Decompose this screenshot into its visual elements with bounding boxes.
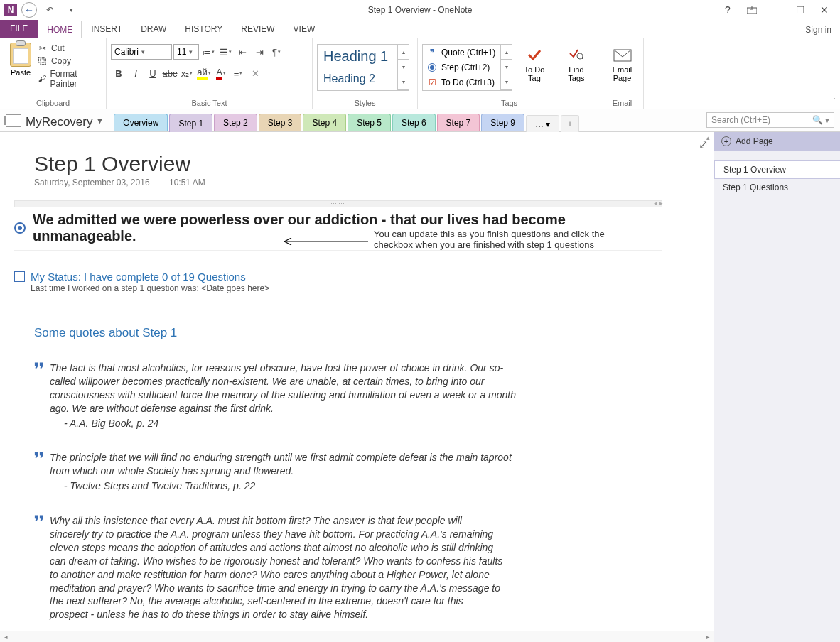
gallery-more-icon[interactable]: ▾ — [398, 75, 409, 90]
sign-in-link[interactable]: Sign in — [797, 22, 840, 38]
page-list-item[interactable]: Step 1 Questions — [714, 179, 840, 196]
section-tab[interactable]: Step 1 — [169, 114, 212, 132]
note-container-handle[interactable]: ⋯⋯ — [14, 200, 662, 207]
numbering-button[interactable]: ☰▾ — [217, 44, 233, 60]
todo-tag-button[interactable]: To Do Tag — [514, 44, 555, 84]
style-heading2[interactable]: Heading 2 — [318, 67, 409, 90]
section-tab[interactable]: Step 3 — [259, 114, 302, 131]
search-input[interactable]: Search (Ctrl+E) 🔍 ▾ — [706, 112, 834, 128]
quote-text[interactable]: Why all this insistence that every A.A. … — [50, 514, 503, 621]
page-title[interactable]: Step 1 Overview — [34, 152, 705, 176]
tag-item[interactable]: Step (Ctrl+2) — [423, 60, 512, 75]
quote-block[interactable]: ❜❜The principle that we will find no end… — [34, 451, 517, 493]
underline-button[interactable]: U — [145, 65, 161, 81]
step-tag-icon[interactable] — [14, 222, 26, 234]
section-tab[interactable]: Step 7 — [437, 114, 480, 131]
tag-item[interactable]: ☑To Do (Ctrl+3) — [423, 75, 512, 90]
onenote-app-icon: N — [4, 4, 17, 16]
notebook-icon[interactable] — [6, 114, 21, 127]
font-size-combo[interactable]: 11▾ — [173, 44, 199, 60]
paste-button[interactable]: Paste — [4, 41, 37, 78]
section-bar: MyRecovery ▼ OverviewStep 1Step 2Step 3S… — [0, 109, 840, 132]
style-heading1[interactable]: Heading 1 — [318, 45, 409, 67]
clear-formatting-button[interactable]: ✕ — [247, 65, 263, 81]
find-tags-button[interactable]: Find Tags — [556, 44, 596, 84]
tab-insert[interactable]: INSERT — [82, 20, 131, 38]
italic-button[interactable]: I — [128, 65, 144, 81]
section-tab[interactable]: Step 6 — [392, 114, 436, 131]
minimize-button[interactable]: — — [768, 3, 785, 17]
add-section-button[interactable]: ＋ — [561, 115, 579, 132]
tab-history[interactable]: HISTORY — [176, 20, 232, 38]
copy-button[interactable]: ⿻Copy — [37, 55, 102, 67]
subscript-button[interactable]: x₂▾ — [179, 65, 195, 81]
gallery-down-icon[interactable]: ▾ — [398, 60, 409, 75]
close-button[interactable]: ✕ — [816, 3, 833, 17]
checkmark-icon — [525, 45, 544, 64]
gallery-down-icon[interactable]: ▾ — [501, 60, 512, 75]
font-family-combo[interactable]: Calibri▾ — [111, 44, 172, 60]
search-icon: 🔍 ▾ — [812, 115, 829, 125]
section-tab[interactable]: Step 4 — [303, 114, 346, 131]
gallery-more-icon[interactable]: ▾ — [501, 75, 512, 90]
tab-review[interactable]: REVIEW — [232, 20, 284, 38]
page-list-item[interactable]: Step 1 Overview — [714, 160, 840, 179]
indent-button[interactable]: ⇥ — [252, 44, 267, 60]
bullets-button[interactable]: ≔▾ — [200, 44, 216, 60]
back-button[interactable]: ← — [21, 2, 37, 18]
bold-button[interactable]: B — [111, 65, 126, 81]
maximize-button[interactable]: ☐ — [792, 3, 809, 17]
strikethrough-button[interactable]: abc — [162, 65, 178, 81]
quote-text[interactable]: The principle that we will find no endur… — [50, 451, 517, 493]
notebook-dropdown-icon[interactable]: ▼ — [95, 116, 104, 126]
quote-tag-icon: ❜❜ — [34, 514, 44, 621]
tab-file[interactable]: FILE — [0, 19, 38, 38]
gallery-up-icon[interactable]: ▴ — [398, 45, 409, 60]
annotation-text[interactable]: You can update this as you finish questi… — [374, 229, 615, 250]
section-tab[interactable]: Step 9 — [481, 114, 524, 131]
page-canvas[interactable]: ⤢ ▴ Step 1 Overview Saturday, September … — [0, 132, 714, 642]
todo-checkbox[interactable] — [14, 271, 25, 282]
tag-icon: ☑ — [427, 77, 437, 87]
gallery-up-icon[interactable]: ▴ — [501, 45, 512, 60]
tab-draw[interactable]: DRAW — [131, 20, 176, 38]
notebook-name[interactable]: MyRecovery — [26, 115, 92, 129]
title-bar: N ← ↶ ▾ Step 1 Overview - OneNote ? — ☐ … — [0, 0, 840, 20]
section-tab[interactable]: Step 5 — [348, 114, 391, 131]
tag-item[interactable]: ❞Quote (Ctrl+1) — [423, 45, 512, 60]
cut-button[interactable]: ✂Cut — [37, 43, 102, 54]
group-label-tags: Tags — [422, 97, 596, 109]
highlight-button[interactable]: ай▾ — [196, 65, 212, 81]
sections-overflow[interactable]: … ▾ — [526, 115, 559, 132]
quote-text[interactable]: The fact is that most alcoholics, for re… — [50, 361, 517, 430]
email-page-button[interactable]: Email Page — [605, 44, 639, 84]
quote-block[interactable]: ❜❜The fact is that most alcoholics, for … — [34, 361, 517, 430]
copy-icon: ⿻ — [37, 56, 48, 66]
add-page-button[interactable]: + Add Page — [714, 132, 840, 151]
paragraph-align-button[interactable]: ¶▾ — [269, 44, 284, 60]
help-button[interactable]: ? — [719, 3, 736, 17]
font-color-button[interactable]: A▾ — [213, 65, 229, 81]
align-button[interactable]: ≡▾ — [230, 65, 246, 81]
format-painter-button[interactable]: 🖌Format Painter — [37, 68, 102, 89]
group-label-clipboard: Clipboard — [4, 97, 102, 109]
scroll-right-icon[interactable]: ▸ — [702, 631, 714, 642]
styles-gallery[interactable]: Heading 1 Heading 2 ▴▾▾ — [317, 44, 409, 91]
tab-home[interactable]: HOME — [38, 21, 82, 38]
status-subtitle[interactable]: Last time I worked on a step 1 question … — [31, 283, 269, 293]
collapse-ribbon-button[interactable]: ˆ — [833, 97, 836, 106]
scroll-left-icon[interactable]: ◂ — [0, 631, 11, 642]
quotes-heading[interactable]: Some quotes about Step 1 — [34, 326, 705, 340]
qat-customize[interactable]: ▾ — [63, 1, 80, 18]
outdent-button[interactable]: ⇤ — [235, 44, 250, 60]
page-timestamp: Saturday, September 03, 201610:51 AM — [34, 178, 705, 187]
section-tab[interactable]: Overview — [114, 114, 168, 131]
quote-block[interactable]: ❜❜Why all this insistence that every A.A… — [34, 514, 503, 621]
tab-view[interactable]: VIEW — [284, 20, 325, 38]
full-screen-button[interactable] — [743, 3, 760, 17]
status-title[interactable]: My Status: I have complete 0 of 19 Quest… — [31, 271, 269, 283]
annotation-arrow-icon — [277, 236, 370, 247]
section-tab[interactable]: Step 2 — [214, 114, 257, 131]
horizontal-scrollbar[interactable]: ◂ ▸ — [0, 631, 714, 642]
undo-button[interactable]: ↶ — [41, 1, 58, 18]
